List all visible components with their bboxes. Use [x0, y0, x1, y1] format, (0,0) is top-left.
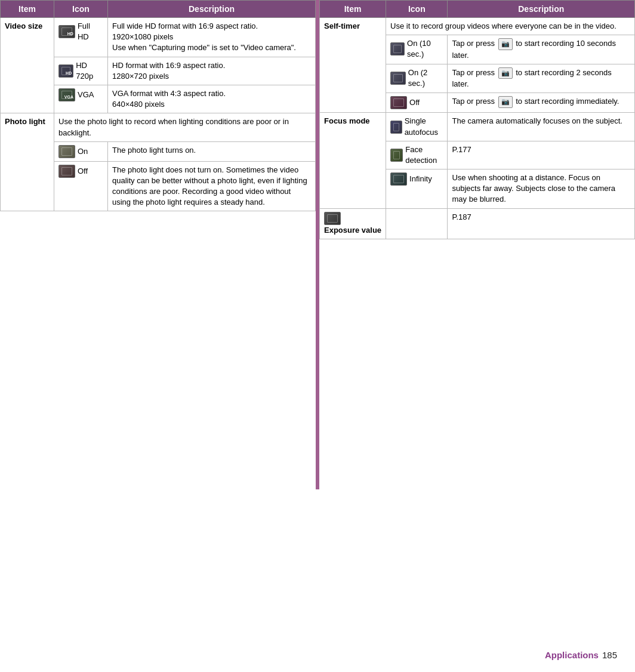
icon-cell-self-on10: On (10 sec.)	[386, 35, 448, 64]
icon-label-single-af: Single autofocus	[405, 116, 443, 137]
single-af-icon	[390, 121, 402, 134]
desc-cell-infinity: Use when shooting at a distance. Focus o…	[448, 169, 635, 209]
icon-wrapper-infinity: Infinity	[390, 172, 443, 186]
exposure-icon-item: Exposure value	[324, 212, 381, 236]
desc-cell-light-off: The photo light does not turn on. Someti…	[108, 161, 316, 211]
exposure-label: Exposure value	[324, 225, 381, 236]
tables-row: Item Icon Description Video size HD	[0, 0, 635, 489]
item-cell-video-size: Video size	[1, 18, 54, 113]
table-row: Photo light Use the photo light to recor…	[1, 113, 316, 141]
footer-page-number: 185	[602, 650, 617, 660]
desc-cell-photolight-intro: Use the photo light to record when light…	[54, 113, 316, 141]
icon-wrapper-light-off: Off	[58, 165, 103, 178]
desc-cell-fullhd: Full wide HD format with 16:9 aspect rat…	[108, 18, 316, 57]
icon-label-hd720: HD 720p	[76, 60, 103, 82]
table-row: Focus mode Single autofocus The camera a…	[320, 113, 635, 141]
desc-cell-self-off: Tap or press 📷 to start recording immedi…	[448, 93, 635, 113]
icon-wrapper-hd720: HD HD 720p	[58, 60, 103, 82]
right-table-container: Item Icon Description Self-timer Use it …	[319, 0, 635, 239]
icon-wrapper-self-on10: On (10 sec.)	[390, 38, 443, 60]
icon-cell-single-af: Single autofocus	[386, 113, 448, 141]
self-off-icon	[390, 96, 407, 109]
icon-cell-hd720: HD HD 720p	[54, 57, 108, 85]
footer-section-label: Applications	[545, 650, 599, 660]
cam-button-icon: 📷	[498, 38, 513, 50]
icon-cell-exposure-empty	[386, 208, 448, 239]
light-off-icon	[58, 165, 75, 178]
item-cell-self-timer: Self-timer	[320, 18, 386, 113]
desc-cell-face-det: P.177	[448, 141, 635, 169]
footer: Applications 185	[533, 644, 629, 666]
table-row: Self-timer Use it to record group videos…	[320, 18, 635, 35]
table-row: Video size HD Full HD Full wide HD forma…	[1, 18, 316, 57]
icon-cell-self-off: Off	[386, 93, 448, 113]
right-table: Item Icon Description Self-timer Use it …	[319, 0, 635, 239]
icon-wrapper-vga: VGA VGA	[58, 88, 103, 101]
self-on10-icon	[390, 42, 405, 56]
icon-wrapper-self-off: Off	[390, 96, 443, 109]
desc-cell-self-on2: Tap or press 📷 to start recording 2 seco…	[448, 64, 635, 93]
desc-cell-selftimer-intro: Use it to record group videos where ever…	[386, 18, 635, 35]
fullhd-icon: HD	[58, 25, 75, 38]
icon-wrapper-fullhd: HD Full HD	[58, 21, 103, 42]
icon-cell-light-on: On	[54, 141, 108, 161]
left-col-description: Description	[108, 1, 316, 18]
desc-cell-vga: VGA format with 4:3 aspect ratio.640×480…	[108, 85, 316, 113]
icon-cell-fullhd: HD Full HD	[54, 18, 108, 57]
cam-button-icon: 📷	[498, 67, 513, 79]
icon-wrapper-face-det: Face detection	[390, 144, 443, 166]
desc-cell-light-on: The photo light turns on.	[108, 141, 316, 161]
infinity-icon	[390, 172, 407, 186]
icon-label-vga: VGA	[78, 90, 94, 100]
icon-wrapper-single-af: Single autofocus	[390, 116, 443, 137]
right-col-item: Item	[320, 1, 386, 18]
right-col-description: Description	[448, 1, 635, 18]
icon-cell-infinity: Infinity	[386, 169, 448, 209]
icon-cell-self-on2: On (2 sec.)	[386, 64, 448, 93]
icon-label-light-on: On	[78, 146, 88, 157]
icon-label-self-on2: On (2 sec.)	[408, 67, 443, 89]
icon-label-infinity: Infinity	[409, 174, 432, 184]
item-cell-exposure: Exposure value	[320, 208, 386, 239]
icon-cell-vga: VGA VGA	[54, 85, 108, 113]
left-table-container: Item Icon Description Video size HD	[0, 0, 316, 211]
exposure-icon	[324, 212, 341, 225]
desc-cell-self-on10: Tap or press 📷 to start recording 10 sec…	[448, 35, 635, 64]
page-wrapper: Item Icon Description Video size HD	[0, 0, 635, 672]
right-col-icon: Icon	[386, 1, 448, 18]
self-on2-icon	[390, 72, 406, 85]
hd720-icon: HD	[58, 64, 73, 78]
light-on-icon	[58, 145, 75, 158]
icon-cell-light-off: Off	[54, 161, 108, 211]
icon-label-light-off: Off	[78, 166, 88, 177]
icon-cell-face-det: Face detection	[386, 141, 448, 169]
vga-icon: VGA	[58, 88, 75, 101]
desc-cell-hd720: HD format with 16:9 aspect ratio.1280×72…	[108, 57, 316, 85]
table-row: Exposure value P.187	[320, 208, 635, 239]
desc-cell-single-af: The camera automatically focuses on the …	[448, 113, 635, 141]
icon-label-face-det: Face detection	[405, 144, 443, 166]
icon-label-self-on10: On (10 sec.)	[407, 38, 443, 60]
item-cell-focus-mode: Focus mode	[320, 113, 386, 208]
cam-button-icon: 📷	[498, 96, 513, 107]
icon-label-self-off: Off	[409, 97, 420, 108]
icon-wrapper-self-on2: On (2 sec.)	[390, 67, 443, 89]
icon-label-fullhd: Full HD	[78, 21, 103, 42]
desc-cell-exposure: P.187	[448, 208, 635, 239]
item-cell-photo-light: Photo light	[1, 113, 54, 211]
face-det-icon	[390, 149, 403, 162]
left-col-icon: Icon	[54, 1, 108, 18]
left-table: Item Icon Description Video size HD	[0, 0, 316, 211]
left-col-item: Item	[1, 1, 54, 18]
icon-wrapper-light-on: On	[58, 145, 103, 158]
